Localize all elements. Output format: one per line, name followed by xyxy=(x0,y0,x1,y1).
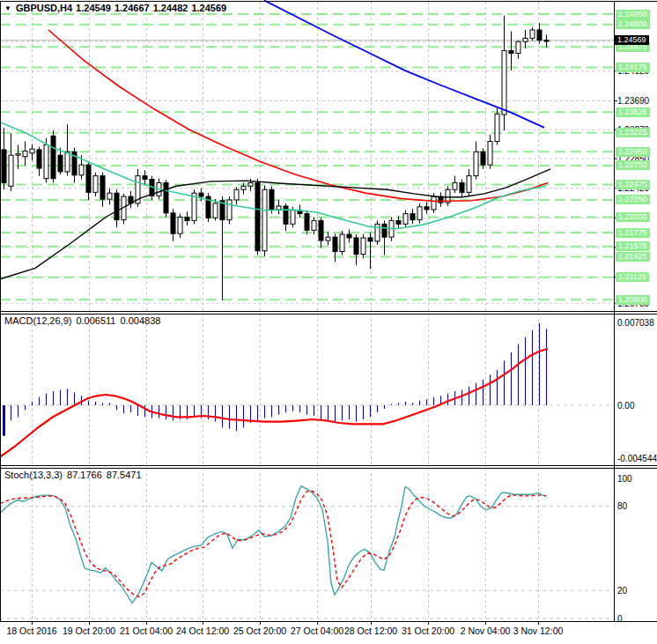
candle-body xyxy=(530,30,535,38)
candle-body xyxy=(93,176,98,193)
symbol-period-label: GBPUSD,H4 xyxy=(16,3,72,13)
candle-body xyxy=(2,150,6,183)
candle-body xyxy=(234,189,239,200)
chart-window: ▼GBPUSD,H41.245491.246671.244821.24569 M… xyxy=(0,0,657,644)
candle-body xyxy=(255,182,260,250)
candle-body xyxy=(467,176,471,193)
time-axis-label: 27 Oct 04:00 xyxy=(291,625,343,636)
macd-axis-label: 0.007038 xyxy=(617,318,654,328)
candle-body xyxy=(516,41,520,53)
price-level-label: 1.21575 xyxy=(616,241,650,251)
candle-body xyxy=(354,238,358,255)
price-level-label: 1.22750 xyxy=(616,160,650,170)
time-axis-label: 2 Nov 04:00 xyxy=(461,625,511,636)
title-open-value: 1.24549 xyxy=(76,3,111,13)
candle-body xyxy=(227,200,232,220)
stoch-axis-label: 0 xyxy=(617,614,623,624)
candle-body xyxy=(382,224,387,237)
time-axis-label: 21 Oct 04:00 xyxy=(120,625,173,636)
macd-value-2: 0.004838 xyxy=(121,315,161,326)
candle-body xyxy=(432,196,436,210)
candle-body xyxy=(284,206,288,224)
candle-body xyxy=(410,214,415,220)
price-level-label: 1.22950 xyxy=(616,147,650,157)
price-level-label: 1.21125 xyxy=(616,272,649,282)
stoch-axis-label: 100 xyxy=(617,474,632,484)
candle-body xyxy=(460,182,464,192)
candle-body xyxy=(114,193,119,219)
candle-body xyxy=(319,220,323,241)
stoch-indicator-label: Stoch(13,3,3)87.176687.5471 xyxy=(4,470,146,480)
candle-body xyxy=(347,234,351,238)
candle-body xyxy=(58,155,63,172)
candle-body xyxy=(502,50,506,115)
candle-body xyxy=(424,207,429,210)
candle-body xyxy=(277,206,281,210)
time-axis-label: 31 Oct 20:00 xyxy=(402,625,454,636)
candle-body xyxy=(305,214,309,231)
candle-body xyxy=(107,193,112,199)
price-level-label: 1.24800 xyxy=(616,19,650,29)
candle-body xyxy=(262,189,267,251)
ma-red-slow xyxy=(48,30,548,202)
candle-body xyxy=(199,193,203,196)
candle-body xyxy=(100,176,105,200)
candle-body xyxy=(417,207,422,220)
price-level-label: 1.21425 xyxy=(616,252,650,262)
price-level-label: 1.21775 xyxy=(616,228,650,238)
candle-body xyxy=(86,165,91,192)
candle-body xyxy=(185,217,189,220)
candle-body xyxy=(16,154,20,156)
price-level-label: 1.23225 xyxy=(616,128,650,137)
candle-body xyxy=(326,237,330,241)
title-high-value: 1.24667 xyxy=(114,3,150,13)
candle-body xyxy=(213,204,218,218)
macd-value-1: 0.006511 xyxy=(76,315,115,326)
stoch-name: Stoch(13,3,3) xyxy=(4,470,63,480)
price-level-label: 1.22000 xyxy=(616,212,650,222)
candle-body xyxy=(23,151,27,156)
candle-body xyxy=(37,150,41,168)
candle-body xyxy=(269,189,274,210)
chart-title: ▼GBPUSD,H41.245491.246671.244821.24569 xyxy=(4,3,230,13)
candle-body xyxy=(453,182,457,189)
stoch-axis-label: 80 xyxy=(617,501,627,511)
price-level-label: 1.22250 xyxy=(616,195,650,204)
price-level-label: 1.20800 xyxy=(616,295,650,305)
macd-name: MACD(12,26,9) xyxy=(4,315,71,326)
candle-body xyxy=(396,220,401,224)
stoch-value-1: 87.1766 xyxy=(67,470,102,480)
candle-body xyxy=(474,152,478,175)
candle-body xyxy=(143,176,147,180)
candle-body xyxy=(291,211,295,225)
candle-body xyxy=(481,152,485,165)
time-axis-label: 19 Oct 20:00 xyxy=(63,625,115,636)
price-level-label: 1.23525 xyxy=(616,107,650,117)
time-axis-label: 24 Oct 12:00 xyxy=(176,625,229,636)
candle-body xyxy=(361,238,365,255)
candle-body xyxy=(164,182,168,212)
candle-body xyxy=(79,165,84,175)
candle-body xyxy=(537,30,542,41)
candle-body xyxy=(495,114,499,141)
candle-body xyxy=(178,217,182,233)
symbol-dropdown-icon[interactable]: ▼ xyxy=(4,4,11,12)
candle-body xyxy=(488,142,492,166)
macd-axis-label: 0.00 xyxy=(617,401,634,411)
candle-body xyxy=(9,155,13,186)
stoch-d-line xyxy=(0,491,546,596)
macd-axis-label: -0.004544 xyxy=(617,454,657,463)
time-axis-label: 25 Oct 20:00 xyxy=(233,625,286,636)
price-level-label: 1.24175 xyxy=(616,63,650,72)
candle-body xyxy=(509,50,513,53)
candle-body xyxy=(312,220,316,230)
stoch-axis-label: 20 xyxy=(617,586,627,596)
candle-body xyxy=(523,38,528,41)
candle-body xyxy=(403,214,408,225)
macd-signal-line xyxy=(0,349,548,457)
time-axis-label: 3 Nov 12:00 xyxy=(513,625,564,636)
candle-body xyxy=(51,136,55,178)
price-grid-label: 1.23690 xyxy=(617,96,649,106)
stoch-value-2: 87.5471 xyxy=(107,470,142,480)
candle-body xyxy=(368,238,373,241)
